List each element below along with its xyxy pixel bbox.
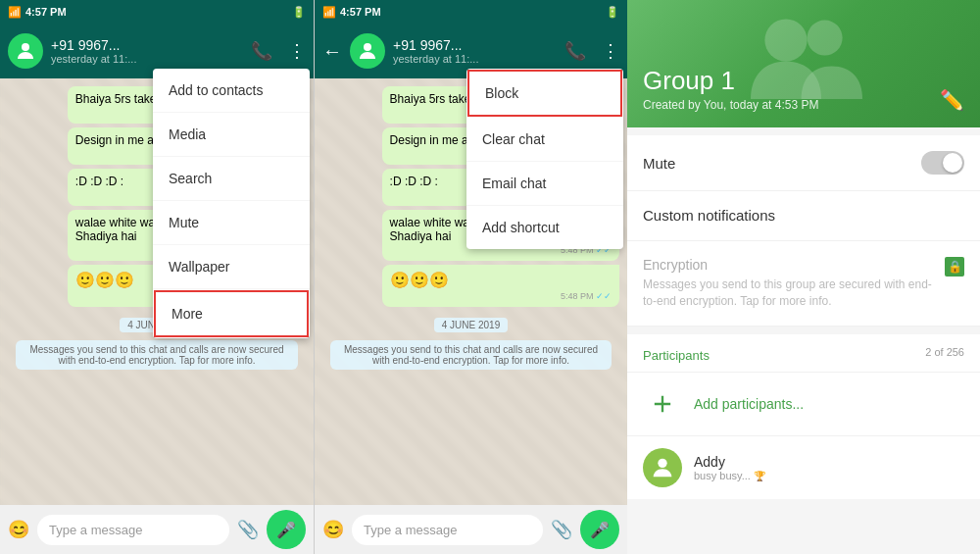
more-icon-middle[interactable]: ⋮ xyxy=(602,40,619,62)
menu-item-more[interactable]: More xyxy=(154,290,309,337)
call-icon[interactable]: 📞 xyxy=(251,40,272,62)
edit-group-button[interactable]: ✏️ xyxy=(940,88,964,112)
status-bar-middle-right: 🔋 xyxy=(606,6,619,19)
middle-chat-panel: 📶 4:57 PM 🔋 ← +91 9967... yesterday at 1… xyxy=(314,0,627,554)
add-participant-icon xyxy=(643,384,682,424)
menu-item-mute[interactable]: Mute xyxy=(153,201,310,245)
time-middle: 4:57 PM xyxy=(340,6,381,18)
signal-middle: 📶 xyxy=(322,6,336,19)
system-message-middle: Messages you send to this chat and calls… xyxy=(330,340,612,370)
menu-item-add-to-contacts[interactable]: Add to contacts xyxy=(153,69,310,113)
svg-point-0 xyxy=(22,43,29,51)
custom-notifications-row[interactable]: Custom notifications xyxy=(627,191,980,241)
dropdown-menu-left: Add to contacts Media Search Mute Wallpa… xyxy=(153,69,310,338)
chat-input-bar-middle: 😊 Type a message 📎 🎤 xyxy=(315,505,627,554)
system-message: Messages you send to this chat and calls… xyxy=(16,340,298,370)
add-participant-label: Add participants... xyxy=(694,396,964,412)
message-emoji: 🙂🙂🙂 xyxy=(75,272,134,288)
group-header: Group 1 Created by You, today at 4:53 PM… xyxy=(627,0,980,127)
svg-point-4 xyxy=(658,458,666,467)
menu-item-search[interactable]: Search xyxy=(153,157,310,201)
signal-strength: 📶 xyxy=(8,6,22,19)
participant-addy[interactable]: Addy busy busy... 🏆 xyxy=(627,435,980,499)
group-name: Group 1 xyxy=(643,66,940,96)
attach-icon-middle[interactable]: 📎 xyxy=(551,519,572,540)
message-text: :D :D :D : xyxy=(75,175,123,188)
participants-count: 2 of 256 xyxy=(925,346,964,358)
status-bar-middle-left: 📶 4:57 PM xyxy=(322,6,381,19)
contact-avatar-middle xyxy=(350,33,385,69)
svg-point-2 xyxy=(764,19,807,61)
message-input-middle[interactable]: Type a message xyxy=(352,515,543,545)
time-left: 4:57 PM xyxy=(25,6,67,18)
attach-icon[interactable]: 📎 xyxy=(237,519,259,540)
custom-notifications-label: Custom notifications xyxy=(643,207,775,224)
menu-item-email-chat[interactable]: Email chat xyxy=(466,162,623,206)
add-participant-row[interactable]: Add participants... xyxy=(627,372,980,435)
encryption-row[interactable]: Encryption Messages you send to this gro… xyxy=(627,241,980,327)
dropdown-menu-middle: Block Clear chat Email chat Add shortcut xyxy=(466,69,623,249)
message-time-m5: 5:48 PM ✓✓ xyxy=(390,291,612,301)
contact-info-left: +91 9967... yesterday at 11:... xyxy=(51,37,243,65)
addy-name: Addy xyxy=(694,454,964,470)
contact-status-left: yesterday at 11:... xyxy=(51,53,243,65)
more-icon-left[interactable]: ⋮ xyxy=(288,40,306,62)
participants-header: Participants 2 of 256 xyxy=(627,334,980,372)
message-input-left[interactable]: Type a message xyxy=(37,515,229,545)
mute-row: Mute xyxy=(627,135,980,191)
encryption-title: Encryption xyxy=(643,257,933,273)
chat-input-bar-left: 😊 Type a message 📎 🎤 xyxy=(0,505,314,554)
menu-item-add-shortcut[interactable]: Add shortcut xyxy=(466,206,623,249)
menu-item-clear-chat[interactable]: Clear chat xyxy=(466,118,623,162)
encryption-info: Encryption Messages you send to this gro… xyxy=(643,257,933,310)
contact-name-left: +91 9967... xyxy=(51,37,243,53)
contact-avatar-left xyxy=(8,33,43,69)
status-bar-middle: 📶 4:57 PM 🔋 xyxy=(315,0,627,24)
menu-item-media[interactable]: Media xyxy=(153,113,310,157)
status-bar-left: 📶 4:57 PM 🔋 xyxy=(0,0,314,24)
menu-item-wallpaper[interactable]: Wallpaper xyxy=(153,245,310,289)
left-chat-panel: 📶 4:57 PM 🔋 +91 9967... yesterday at 11:… xyxy=(0,0,314,554)
message-text-m3: :D :D :D : xyxy=(390,175,438,188)
mic-button[interactable]: 🎤 xyxy=(267,510,306,549)
addy-avatar xyxy=(643,448,682,487)
mic-button-middle[interactable]: 🎤 xyxy=(580,510,619,549)
status-bar-right-icons: 🔋 xyxy=(292,6,306,19)
contact-name-middle: +91 9967... xyxy=(393,37,557,53)
status-bar-left-icons: 📶 4:57 PM xyxy=(8,6,67,19)
mute-toggle[interactable] xyxy=(921,151,964,175)
group-header-text: Group 1 Created by You, today at 4:53 PM xyxy=(643,66,940,112)
encryption-icon: 🔒 xyxy=(945,257,964,277)
mute-label: Mute xyxy=(643,155,921,172)
menu-item-block[interactable]: Block xyxy=(467,70,622,117)
header-actions-middle: 📞 ⋮ xyxy=(564,40,619,62)
addy-status: busy busy... 🏆 xyxy=(694,470,964,481)
battery-middle: 🔋 xyxy=(606,6,619,19)
header-actions-left: 📞 ⋮ xyxy=(251,40,306,62)
group-created-info: Created by You, today at 4:53 PM xyxy=(643,98,940,112)
mute-section: Mute Custom notifications Encryption Mes… xyxy=(627,135,980,327)
battery-icon: 🔋 xyxy=(292,6,306,19)
emoji-icon[interactable]: 😊 xyxy=(8,519,29,540)
contact-info-middle: +91 9967... yesterday at 11:... xyxy=(393,37,557,65)
svg-point-3 xyxy=(808,21,843,56)
date-divider-middle: 4 JUNE 2019 xyxy=(322,315,619,332)
group-info-panel: Group 1 Created by You, today at 4:53 PM… xyxy=(627,0,980,554)
message-emoji-m: 🙂🙂🙂 xyxy=(390,272,449,288)
back-icon[interactable]: ← xyxy=(322,40,342,63)
addy-info: Addy busy busy... 🏆 xyxy=(694,454,964,481)
call-icon-middle[interactable]: 📞 xyxy=(564,40,586,62)
encryption-desc: Messages you send to this group are secu… xyxy=(643,277,933,310)
contact-status-middle: yesterday at 11:... xyxy=(393,53,557,65)
date-text-middle: 4 JUNE 2019 xyxy=(434,318,508,332)
svg-point-1 xyxy=(364,43,371,51)
message-bubble-m5: 🙂🙂🙂 5:48 PM ✓✓ xyxy=(382,265,619,307)
emoji-icon-middle[interactable]: 😊 xyxy=(322,519,344,540)
add-participant-info: Add participants... xyxy=(694,396,964,412)
participants-label: Participants xyxy=(643,348,710,363)
